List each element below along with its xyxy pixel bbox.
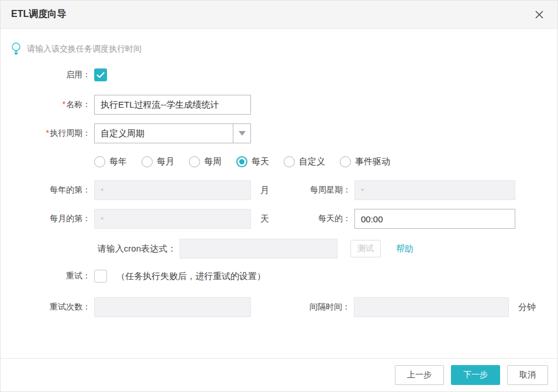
week-day-field: 每周星期： xyxy=(310,180,515,200)
radio-circle-icon xyxy=(94,156,105,167)
week-day-input xyxy=(354,180,515,200)
month-day-label: 每月的第： xyxy=(1,214,91,224)
retry-count-label: 重试次数： xyxy=(1,302,91,312)
hint-bar: 请输入该交换任务调度执行时间 xyxy=(1,29,557,56)
radio-daily-label: 每天 xyxy=(252,156,269,167)
cycle-label: *执行周期： xyxy=(1,128,91,139)
retry-count-row: 重试次数： 间隔时间： 分钟 xyxy=(1,297,557,317)
month-time-row: 每月的第： 天 每天的： xyxy=(1,209,557,229)
cron-test-button: 测试 xyxy=(350,240,381,257)
retry-checkbox[interactable] xyxy=(94,270,107,283)
interval-label: 间隔时间： xyxy=(309,302,350,312)
interval-input xyxy=(354,297,509,317)
radio-event-driven[interactable]: 事件驱动 xyxy=(340,156,390,167)
radio-monthly[interactable]: 每月 xyxy=(142,156,174,167)
cycle-select-button[interactable] xyxy=(233,124,250,143)
cron-row: 请输入cron表达式： 测试 帮助 xyxy=(1,239,557,259)
year-day-input xyxy=(94,180,251,200)
year-week-row: 每年的第： 月 每周星期： xyxy=(1,180,557,200)
retry-note: （任务执行失败后，进行重试的设置） xyxy=(116,271,266,282)
cycle-select-value: 自定义周期 xyxy=(95,124,233,143)
month-day-input xyxy=(94,209,251,229)
radio-custom[interactable]: 自定义 xyxy=(284,156,325,167)
cron-input xyxy=(180,239,337,259)
prev-step-button[interactable]: 上一步 xyxy=(395,365,444,385)
dialog-titlebar: ETL调度向导 xyxy=(1,1,557,29)
lightbulb-icon xyxy=(11,42,21,56)
year-day-suffix: 月 xyxy=(260,185,269,196)
name-row: *名称： xyxy=(1,95,557,115)
name-label: *名称： xyxy=(1,99,91,110)
cycle-row: *执行周期： 自定义周期 xyxy=(1,123,557,143)
radio-circle-icon xyxy=(284,156,295,167)
next-step-button[interactable]: 下一步 xyxy=(451,365,500,385)
enable-label: 启用： xyxy=(1,70,91,80)
close-button[interactable] xyxy=(532,7,547,22)
hint-text: 请输入该交换任务调度执行时间 xyxy=(27,44,142,54)
required-mark: * xyxy=(46,128,49,137)
radio-monthly-label: 每月 xyxy=(157,156,174,167)
required-mark: * xyxy=(63,99,66,109)
chevron-down-icon xyxy=(239,131,246,136)
radio-yearly-label: 每年 xyxy=(109,156,127,167)
radio-yearly[interactable]: 每年 xyxy=(94,156,127,167)
week-day-label: 每周星期： xyxy=(310,185,351,195)
radio-daily[interactable]: 每天 xyxy=(236,156,269,167)
radio-event-driven-label: 事件驱动 xyxy=(355,156,390,167)
dialog-title: ETL调度向导 xyxy=(11,8,66,20)
retry-count-input xyxy=(94,297,251,317)
interval-field: 间隔时间： 分钟 xyxy=(309,297,536,317)
dialog-footer: 上一步 下一步 取消 xyxy=(1,358,557,391)
month-day-suffix: 天 xyxy=(260,214,269,225)
daily-time-label: 每天的： xyxy=(318,214,351,224)
enable-checkbox[interactable] xyxy=(94,68,107,81)
radio-weekly-label: 每周 xyxy=(204,156,222,167)
radio-circle-icon xyxy=(142,156,153,167)
enable-row: 启用： xyxy=(1,68,557,81)
frequency-row: 每年 每月 每周 每天 自定义 xyxy=(1,156,557,167)
radio-selected-icon xyxy=(236,156,247,167)
cancel-button[interactable]: 取消 xyxy=(507,365,548,385)
check-icon xyxy=(97,72,105,78)
cron-label: 请输入cron表达式： xyxy=(1,243,176,255)
radio-custom-label: 自定义 xyxy=(299,156,325,167)
interval-suffix: 分钟 xyxy=(518,302,536,313)
retry-label: 重试： xyxy=(1,271,91,281)
radio-circle-icon xyxy=(340,156,351,167)
daily-time-input[interactable] xyxy=(354,209,515,229)
schedule-form: 启用： *名称： *执行周期： 自定义周期 xyxy=(1,56,557,317)
etl-schedule-wizard-dialog: ETL调度向导 请输入该交换任务调度执行时间 启用： *名称 xyxy=(0,0,558,392)
frequency-radio-group: 每年 每月 每周 每天 自定义 xyxy=(94,156,390,167)
name-input[interactable] xyxy=(94,95,251,115)
radio-weekly[interactable]: 每周 xyxy=(189,156,222,167)
close-icon xyxy=(534,9,545,20)
radio-circle-icon xyxy=(189,156,200,167)
cron-help-link[interactable]: 帮助 xyxy=(396,243,414,255)
retry-row: 重试： （任务执行失败后，进行重试的设置） xyxy=(1,270,557,283)
year-day-label: 每年的第： xyxy=(1,185,91,195)
daily-time-field: 每天的： xyxy=(318,209,515,229)
cycle-select[interactable]: 自定义周期 xyxy=(94,123,251,143)
